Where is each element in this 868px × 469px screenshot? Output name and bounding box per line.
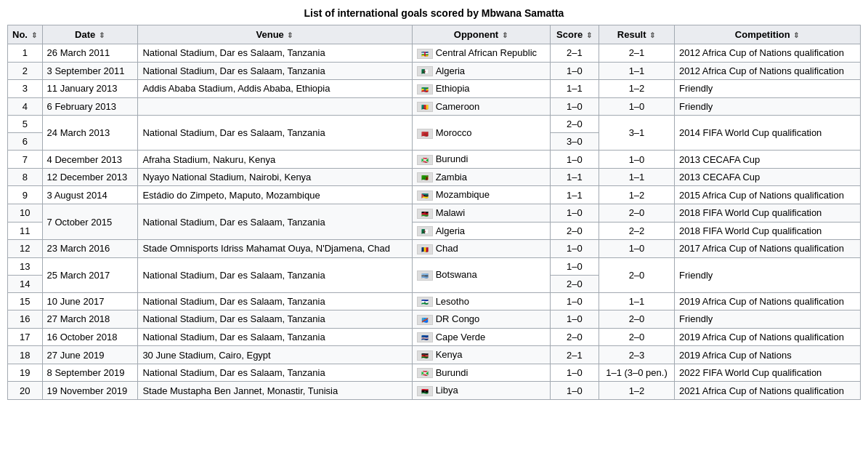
table-row: 46 February 2013🇨🇲Cameroon1–01–0Friendly bbox=[8, 97, 861, 116]
cell-opponent: 🇨🇲Cameroon bbox=[412, 97, 550, 116]
sort-icon-date: ⇕ bbox=[98, 31, 105, 39]
flag-icon: 🇲🇿 bbox=[417, 191, 433, 201]
flag-icon: 🇱🇸 bbox=[417, 297, 433, 307]
cell-opponent: 🇨🇫Central African Republic bbox=[412, 44, 550, 63]
cell-date: 3 September 2011 bbox=[42, 62, 138, 80]
opponent-name: Malawi bbox=[436, 207, 465, 218]
opponent-name: Central African Republic bbox=[436, 47, 537, 58]
cell-score: 3–0 bbox=[551, 133, 599, 151]
cell-result: 1–2 bbox=[599, 80, 674, 98]
cell-opponent: 🇩🇿Algeria bbox=[412, 222, 550, 240]
col-header-opponent[interactable]: Opponent ⇕ bbox=[412, 25, 550, 44]
cell-no: 18 bbox=[8, 346, 43, 364]
cell-competition: 2019 Africa Cup of Nations qualification bbox=[675, 328, 861, 346]
cell-score: 1–1 bbox=[551, 186, 599, 204]
table-row: 2019 November 2019Stade Mustapha Ben Jan… bbox=[8, 382, 861, 400]
cell-score: 1–0 bbox=[551, 310, 599, 329]
table-row: 74 December 2013Afraha Stadium, Nakuru, … bbox=[8, 151, 861, 169]
col-header-score[interactable]: Score ⇕ bbox=[551, 25, 599, 44]
cell-date: 4 December 2013 bbox=[42, 151, 138, 169]
flag-icon: 🇱🇾 bbox=[417, 386, 433, 396]
cell-date: 6 February 2013 bbox=[42, 97, 138, 116]
cell-competition: 2018 FIFA World Cup qualification bbox=[675, 222, 861, 240]
cell-result: 1–2 bbox=[599, 186, 674, 204]
cell-opponent: 🇲🇼Malawi bbox=[412, 204, 550, 222]
cell-no: 20 bbox=[8, 382, 43, 400]
cell-no: 7 bbox=[8, 151, 43, 169]
cell-result: 2–3 bbox=[599, 346, 674, 364]
cell-venue: Nyayo National Stadium, Nairobi, Kenya bbox=[138, 168, 412, 186]
col-header-date[interactable]: Date ⇕ bbox=[42, 25, 138, 44]
cell-venue: National Stadium, Dar es Salaam, Tanzani… bbox=[138, 328, 412, 346]
table-row: 311 January 2013Addis Ababa Stadium, Add… bbox=[8, 80, 861, 98]
cell-competition: 2022 FIFA World Cup qualification bbox=[675, 364, 861, 382]
cell-venue: National Stadium, Dar es Salaam, Tanzani… bbox=[138, 292, 412, 310]
col-header-competition[interactable]: Competition ⇕ bbox=[675, 25, 861, 44]
opponent-name: Libya bbox=[436, 385, 458, 396]
cell-date: 26 March 2011 bbox=[42, 44, 138, 63]
cell-date: 27 March 2018 bbox=[42, 310, 138, 329]
cell-opponent: 🇲🇦Morocco bbox=[412, 116, 550, 151]
table-row: 1223 March 2016Stade Omnisports Idriss M… bbox=[8, 240, 861, 258]
cell-result: 2–0 bbox=[599, 328, 674, 346]
cell-venue: Stade Omnisports Idriss Mahamat Ouya, N'… bbox=[138, 240, 412, 258]
cell-no: 17 bbox=[8, 328, 43, 346]
cell-no: 10 bbox=[8, 204, 43, 222]
sort-icon-no: ⇕ bbox=[31, 31, 38, 39]
opponent-name: Algeria bbox=[436, 225, 465, 236]
cell-competition: 2017 Africa Cup of Nations qualification bbox=[675, 240, 861, 258]
cell-venue: National Stadium, Dar es Salaam, Tanzani… bbox=[138, 116, 412, 151]
cell-competition: 2019 Africa Cup of Nations bbox=[675, 346, 861, 364]
cell-no: 6 bbox=[8, 133, 43, 151]
cell-opponent: 🇩🇿Algeria bbox=[412, 62, 550, 80]
cell-competition: Friendly bbox=[675, 97, 861, 116]
cell-no: 16 bbox=[8, 310, 43, 329]
opponent-name: Zambia bbox=[436, 172, 467, 183]
cell-no: 9 bbox=[8, 186, 43, 204]
table-row: 1627 March 2018National Stadium, Dar es … bbox=[8, 310, 861, 329]
cell-competition: 2012 Africa Cup of Nations qualification bbox=[675, 62, 861, 80]
table-row: 93 August 2014Estádio do Zimpeto, Maputo… bbox=[8, 186, 861, 204]
cell-competition: Friendly bbox=[675, 257, 861, 292]
opponent-name: Morocco bbox=[436, 127, 472, 138]
sort-icon-competition: ⇕ bbox=[792, 31, 800, 39]
opponent-name: DR Congo bbox=[436, 313, 480, 324]
table-row: 1325 March 2017National Stadium, Dar es … bbox=[8, 257, 861, 275]
cell-score: 1–0 bbox=[551, 382, 599, 400]
cell-score: 1–0 bbox=[551, 204, 599, 222]
cell-competition: 2012 Africa Cup of Nations qualification bbox=[675, 44, 861, 63]
flag-icon: 🇧🇼 bbox=[417, 270, 433, 281]
flag-icon: 🇨🇻 bbox=[417, 332, 433, 342]
flag-icon: 🇧🇮 bbox=[417, 368, 433, 378]
col-header-result[interactable]: Result ⇕ bbox=[599, 25, 674, 44]
cell-opponent: 🇧🇮Burundi bbox=[412, 364, 550, 382]
cell-competition: 2018 FIFA World Cup qualification bbox=[675, 204, 861, 222]
flag-icon: 🇩🇿 bbox=[417, 66, 433, 76]
table-row: 107 October 2015National Stadium, Dar es… bbox=[8, 204, 861, 222]
col-header-no[interactable]: No. ⇕ bbox=[8, 25, 43, 44]
cell-result: 1–1 bbox=[599, 168, 674, 186]
cell-result: 2–0 bbox=[599, 257, 674, 292]
cell-score: 2–0 bbox=[551, 116, 599, 133]
cell-score: 2–0 bbox=[551, 328, 599, 346]
table-row: 126 March 2011National Stadium, Dar es S… bbox=[8, 44, 861, 63]
flag-icon: 🇪🇹 bbox=[417, 84, 433, 95]
cell-opponent: 🇱🇾Libya bbox=[412, 382, 550, 400]
opponent-name: Burundi bbox=[436, 153, 469, 164]
cell-venue: Stade Mustapha Ben Jannet, Monastir, Tun… bbox=[138, 382, 412, 400]
flag-icon: 🇨🇲 bbox=[417, 102, 433, 112]
cell-opponent: 🇨🇻Cape Verde bbox=[412, 328, 550, 346]
cell-no: 14 bbox=[8, 275, 43, 292]
opponent-name: Cape Verde bbox=[436, 332, 486, 342]
cell-no: 13 bbox=[8, 257, 43, 275]
cell-venue: National Stadium, Dar es Salaam, Tanzani… bbox=[138, 310, 412, 329]
cell-venue: Addis Ababa Stadium, Addis Ababa, Ethiop… bbox=[138, 80, 412, 98]
cell-no: 5 bbox=[8, 116, 43, 133]
cell-venue: National Stadium, Dar es Salaam, Tanzani… bbox=[138, 257, 412, 292]
cell-date: 3 August 2014 bbox=[42, 186, 138, 204]
col-header-venue[interactable]: Venue ⇕ bbox=[138, 25, 412, 44]
opponent-name: Mozambique bbox=[436, 189, 490, 200]
flag-icon: 🇩🇿 bbox=[417, 226, 433, 236]
cell-competition: 2013 CECAFA Cup bbox=[675, 151, 861, 169]
cell-date: 10 June 2017 bbox=[42, 292, 138, 310]
